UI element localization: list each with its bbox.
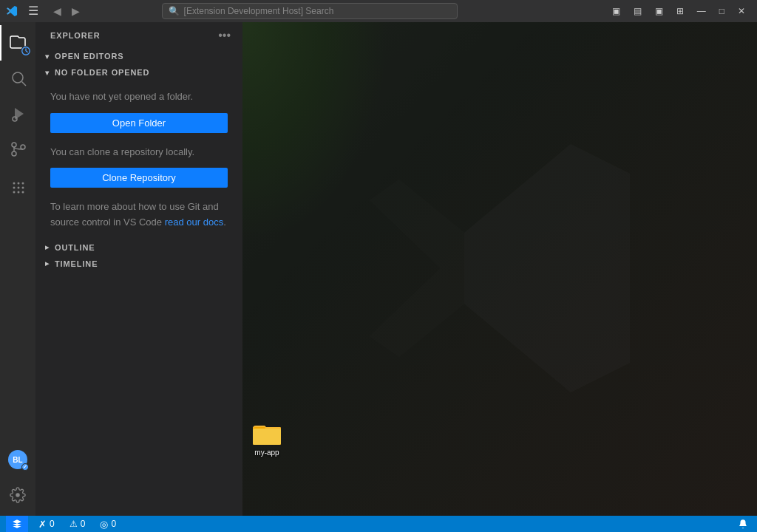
hamburger-menu-button[interactable]: ☰ bbox=[24, 2, 43, 20]
svg-point-9 bbox=[21, 145, 25, 149]
activity-bar: BL ✓ bbox=[0, 22, 35, 516]
svg-point-16 bbox=[22, 187, 24, 189]
back-button[interactable]: ◀ bbox=[49, 2, 66, 20]
chevron-down-icon-2: ▾ bbox=[41, 66, 53, 78]
chevron-down-icon: ▾ bbox=[41, 50, 53, 62]
svg-point-7 bbox=[12, 143, 16, 147]
forward-button[interactable]: ▶ bbox=[67, 2, 84, 20]
activity-bar-bottom: BL ✓ bbox=[0, 442, 35, 516]
window-controls: ▣ ▤ ▣ ⊞ — □ ✕ bbox=[606, 3, 751, 19]
layout-toggle-4[interactable]: ⊞ bbox=[671, 3, 690, 19]
vscode-logo-icon bbox=[6, 5, 18, 17]
explorer-badge bbox=[21, 46, 31, 56]
warning-count: 0 bbox=[81, 519, 86, 529]
svg-rect-22 bbox=[253, 429, 281, 445]
folder-icon bbox=[253, 423, 281, 446]
remote-indicator[interactable] bbox=[6, 516, 28, 532]
activity-bar-item-run[interactable] bbox=[0, 96, 35, 132]
clone-intro-text: You can clone a repository locally. bbox=[50, 145, 228, 160]
sidebar-header: EXPLORER ••• bbox=[35, 22, 242, 48]
layout-toggle-1[interactable]: ▣ bbox=[606, 3, 626, 19]
sidebar-content: ▾ OPEN EDITORS ▾ NO FOLDER OPENED You ha… bbox=[35, 48, 242, 516]
activity-bar-item-extensions[interactable] bbox=[0, 170, 35, 205]
section-header-outline[interactable]: ▸ OUTLINE bbox=[35, 239, 242, 256]
search-bar[interactable]: 🔍 [Extension Development Host] Search bbox=[162, 3, 458, 19]
folder-label: my-app bbox=[254, 449, 279, 457]
svg-point-12 bbox=[18, 183, 20, 185]
svg-point-19 bbox=[22, 191, 24, 194]
gear-icon bbox=[10, 487, 26, 503]
status-bar: ✗ 0 ⚠ 0 ◎ 0 bbox=[0, 516, 757, 532]
search-placeholder-text: [Extension Development Host] Search bbox=[184, 6, 334, 16]
title-bar: ☰ ◀ ▶ 🔍 [Extension Development Host] Sea… bbox=[0, 0, 757, 22]
section-header-open-editors[interactable]: ▾ OPEN EDITORS bbox=[35, 48, 242, 64]
info-status[interactable]: ◎ 0 bbox=[95, 516, 120, 532]
layout-toggle-3[interactable]: ▣ bbox=[649, 3, 669, 19]
svg-point-11 bbox=[13, 183, 16, 185]
maximize-button[interactable]: □ bbox=[713, 3, 730, 19]
vscode-watermark bbox=[352, 120, 648, 418]
error-icon: ✗ bbox=[38, 519, 47, 530]
svg-point-15 bbox=[18, 187, 20, 189]
desktop-folder-item[interactable]: my-app bbox=[253, 423, 281, 457]
editor-area: my-app bbox=[242, 22, 757, 516]
clone-repository-button[interactable]: Clone Repository bbox=[50, 168, 228, 188]
section-header-timeline[interactable]: ▸ TIMELINE bbox=[35, 256, 242, 272]
search-icon: 🔍 bbox=[169, 6, 180, 16]
svg-point-14 bbox=[13, 187, 16, 189]
warnings-status[interactable]: ⚠ 0 bbox=[65, 516, 90, 532]
svg-point-17 bbox=[13, 191, 16, 194]
run-debug-icon bbox=[10, 105, 27, 123]
no-folder-content: You have not yet opened a folder. Open F… bbox=[35, 81, 242, 239]
manage-button[interactable] bbox=[0, 477, 35, 513]
navigation-buttons: ◀ ▶ bbox=[49, 2, 84, 20]
notifications-bell[interactable] bbox=[735, 516, 751, 532]
status-right bbox=[735, 516, 751, 532]
status-left: ✗ 0 ⚠ 0 ◎ 0 bbox=[6, 516, 120, 532]
antenna-icon: ◎ bbox=[100, 519, 108, 530]
no-folder-label: NO FOLDER OPENED bbox=[55, 68, 149, 77]
svg-line-4 bbox=[22, 82, 27, 86]
errors-status[interactable]: ✗ 0 bbox=[34, 516, 59, 532]
close-button[interactable]: ✕ bbox=[732, 3, 751, 19]
search-icon bbox=[10, 69, 27, 87]
sidebar-more-button[interactable]: ••• bbox=[215, 28, 234, 43]
warning-icon: ⚠ bbox=[69, 519, 78, 529]
activity-bar-item-explorer[interactable] bbox=[0, 25, 35, 61]
svg-point-13 bbox=[22, 183, 24, 185]
avatar: BL ✓ bbox=[8, 450, 27, 469]
avatar-badge: ✓ bbox=[21, 463, 29, 471]
outline-label: OUTLINE bbox=[55, 243, 95, 252]
section-header-no-folder[interactable]: ▾ NO FOLDER OPENED bbox=[35, 64, 242, 81]
minimize-button[interactable]: — bbox=[691, 3, 712, 19]
sidebar: EXPLORER ••• ▾ OPEN EDITORS ▾ NO FOLDER … bbox=[35, 22, 242, 516]
info-count: 0 bbox=[111, 519, 116, 529]
activity-bar-item-source-control[interactable] bbox=[0, 132, 35, 167]
git-icon bbox=[10, 140, 27, 158]
sidebar-title: EXPLORER bbox=[50, 31, 101, 40]
activity-bar-item-search[interactable] bbox=[0, 61, 35, 96]
timeline-label: TIMELINE bbox=[55, 259, 98, 268]
open-editors-label: OPEN EDITORS bbox=[55, 52, 123, 61]
remote-icon bbox=[12, 519, 22, 529]
error-count: 0 bbox=[50, 519, 55, 529]
chevron-right-icon-2: ▸ bbox=[41, 258, 53, 270]
layout-toggle-2[interactable]: ▤ bbox=[628, 3, 648, 19]
bell-icon bbox=[738, 519, 748, 529]
read-docs-link[interactable]: read our docs bbox=[165, 216, 224, 228]
no-folder-intro: You have not yet opened a folder. bbox=[50, 89, 228, 104]
svg-line-2 bbox=[26, 51, 28, 52]
svg-point-18 bbox=[18, 191, 20, 194]
main-area: BL ✓ EXPLORER ••• ▾ OPEN EDITORS bbox=[0, 22, 757, 516]
chevron-right-icon: ▸ bbox=[41, 242, 53, 253]
learn-more-text: To learn more about how to use Git and s… bbox=[50, 200, 228, 231]
account-button[interactable]: BL ✓ bbox=[0, 442, 35, 477]
extensions-icon bbox=[10, 179, 27, 197]
svg-point-3 bbox=[13, 72, 23, 83]
open-folder-button[interactable]: Open Folder bbox=[50, 113, 228, 133]
svg-point-8 bbox=[12, 151, 16, 156]
